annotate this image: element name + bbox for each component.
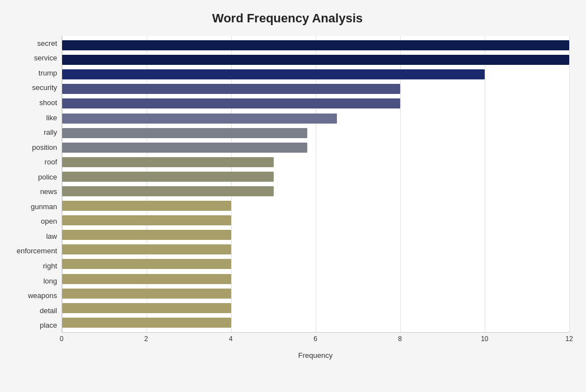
y-label: weapons — [28, 292, 57, 299]
y-label: security — [32, 84, 57, 91]
bar-row — [62, 273, 569, 285]
bar-row — [62, 214, 569, 226]
y-label: detail — [40, 307, 57, 314]
chart-title: Word Frequency Analysis — [6, 11, 569, 26]
bar-row — [62, 302, 569, 314]
bar-row — [62, 39, 569, 51]
bar-row — [62, 317, 569, 329]
chart-area: secretservicetrumpsecurityshootlikerally… — [6, 36, 569, 350]
y-label: right — [43, 262, 57, 270]
y-label: gunman — [31, 203, 57, 210]
y-label: place — [40, 322, 57, 329]
bar — [62, 84, 400, 94]
x-tick: 2 — [144, 335, 148, 343]
bar — [62, 143, 307, 153]
bar — [62, 69, 485, 79]
bars-wrapper — [62, 36, 569, 332]
bar — [62, 259, 231, 269]
y-label: enforcement — [17, 247, 57, 254]
bar-row — [62, 258, 569, 270]
bar — [62, 186, 274, 196]
x-tick: 0 — [60, 335, 64, 343]
bar-row — [62, 185, 569, 197]
bars-section — [62, 36, 569, 333]
y-label: service — [34, 54, 57, 62]
bar — [62, 230, 231, 240]
bar-row — [62, 97, 569, 110]
bar — [62, 215, 231, 225]
bar-row — [62, 171, 569, 183]
y-label: long — [43, 277, 57, 285]
grid-line — [569, 36, 570, 332]
y-label: secret — [37, 40, 57, 47]
bar-row — [62, 127, 569, 139]
x-tick: 8 — [398, 335, 402, 343]
bar-row — [62, 200, 569, 212]
bar — [62, 172, 274, 182]
bar-row — [62, 54, 569, 66]
bar-row — [62, 141, 569, 154]
bar — [62, 318, 231, 328]
y-label: trump — [39, 69, 57, 77]
bar — [62, 40, 569, 50]
bar — [62, 244, 231, 254]
bar — [62, 274, 231, 284]
y-label: shoot — [39, 99, 57, 106]
y-labels: secretservicetrumpsecurityshootlikerally… — [6, 36, 62, 350]
x-axis: Frequency 024681012 — [62, 333, 569, 350]
bar-row — [62, 229, 569, 241]
y-label: rally — [44, 129, 57, 136]
x-tick: 4 — [229, 335, 233, 343]
x-tick: 10 — [481, 335, 488, 343]
bar-row — [62, 68, 569, 81]
bar — [62, 289, 231, 299]
x-tick: 6 — [313, 335, 317, 343]
bar-row — [62, 112, 569, 125]
bars-and-x: Frequency 024681012 — [62, 36, 569, 350]
bar — [62, 201, 231, 211]
bar — [62, 55, 569, 65]
bar — [62, 157, 274, 167]
bar — [62, 114, 337, 124]
bar-row — [62, 156, 569, 168]
bar — [62, 128, 307, 138]
y-label: law — [46, 233, 57, 240]
chart-container: Word Frequency Analysis secretservicetru… — [0, 0, 586, 392]
x-tick: 12 — [565, 335, 573, 343]
y-label: like — [46, 114, 57, 121]
y-label: open — [41, 218, 57, 225]
bar-row — [62, 243, 569, 256]
x-axis-label: Frequency — [62, 351, 569, 360]
y-label: news — [40, 188, 57, 195]
bar — [62, 98, 400, 108]
bar-row — [62, 287, 569, 300]
bar-row — [62, 83, 569, 95]
y-label: roof — [45, 158, 57, 166]
y-label: position — [32, 144, 57, 151]
bar — [62, 303, 231, 313]
y-label: police — [38, 173, 57, 181]
